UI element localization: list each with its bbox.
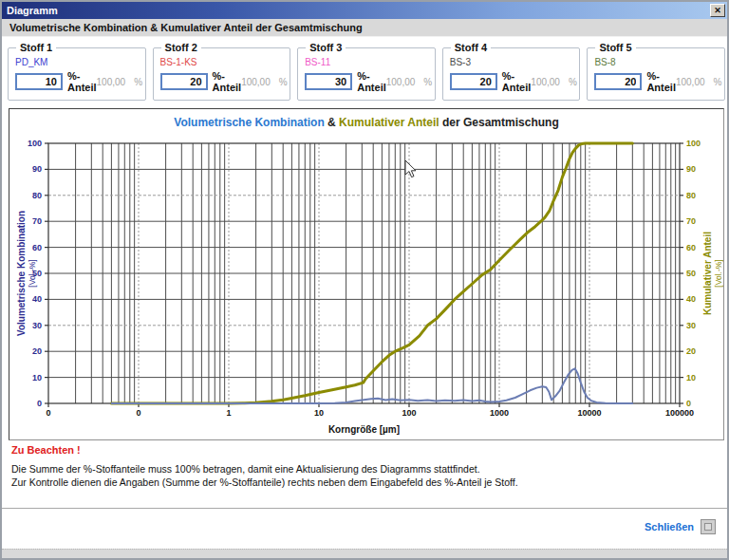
percent-label: %-Anteil <box>357 70 386 93</box>
chart-title: Volumetrische Kombination & Kumulativer … <box>9 116 723 129</box>
sum-unit: % <box>569 77 577 87</box>
stoff-panel-title: Stoff 2 <box>161 42 201 53</box>
percent-row: %-Anteil 100,00 % <box>305 70 430 93</box>
x-tick-label: 0 <box>46 408 50 418</box>
chart-canvas: 0011010010001000010000000101020203030404… <box>9 109 723 439</box>
dialog-window: Diagramm ✕ Volumetrische Kombination & K… <box>0 0 729 560</box>
chart-title-part: Kumulativer Anteil <box>339 116 439 129</box>
percent-row: %-Anteil 100,00 % <box>450 70 575 93</box>
y-right-tick-label: 90 <box>686 164 696 174</box>
window-close-button[interactable]: ✕ <box>710 4 725 17</box>
y-right-tick-label: 70 <box>686 216 696 226</box>
sum-unit: % <box>134 77 142 87</box>
sum-value: 100,00 <box>386 77 416 87</box>
window-title: Diagramm <box>7 5 58 16</box>
y-left-tick-label: 20 <box>32 346 42 356</box>
close-button-label: Schließen <box>645 521 694 532</box>
y-left-tick-label: 90 <box>32 164 42 174</box>
material-name: BS-3 <box>450 57 471 67</box>
percent-row: %-Anteil 100,00 % <box>160 70 286 93</box>
y-right-tick-label: 30 <box>686 321 696 330</box>
percent-input-stoff-5[interactable] <box>594 73 642 90</box>
percent-input-stoff-3[interactable] <box>305 73 352 90</box>
footer-divider <box>2 508 727 510</box>
material-name: PD_KM <box>15 57 47 67</box>
stoff-panel-title: Stoff 5 <box>595 42 635 53</box>
y-left-axis-subtitle: [Vol.-%] <box>28 259 37 287</box>
title-bar: Diagramm <box>2 2 727 19</box>
chart-title-part: & <box>325 116 339 129</box>
x-tick-label: 10 <box>314 408 324 418</box>
sum-value: 100,00 <box>531 77 560 87</box>
material-name: BS-11 <box>305 57 330 67</box>
y-left-tick-label: 80 <box>32 191 42 200</box>
x-tick-label: 100000 <box>665 408 694 418</box>
stoff-panel: Stoff 3 BS-11 %-Anteil 100,00 % <box>297 47 436 101</box>
x-tick-label: 0 <box>136 408 140 418</box>
y-right-tick-label: 40 <box>686 294 696 304</box>
note-line-2: Zur Kontrolle dienen die Angaben (Summe … <box>11 476 518 488</box>
x-tick-label: 10000 <box>577 408 601 418</box>
sum-value: 100,00 <box>97 77 126 87</box>
sum-unit: % <box>279 77 288 87</box>
percent-input-stoff-2[interactable] <box>160 73 208 90</box>
y-right-tick-label: 20 <box>686 346 696 356</box>
percent-label: %-Anteil <box>646 70 676 93</box>
mouse-cursor <box>405 160 416 177</box>
stoff-panel-title: Stoff 1 <box>16 42 56 53</box>
stoff-panel-title: Stoff 4 <box>451 42 491 53</box>
stoff-panel: Stoff 2 BS-1-KS %-Anteil 100,00 % <box>153 47 291 101</box>
y-left-tick-label: 10 <box>32 373 42 383</box>
y-right-tick-label: 100 <box>686 139 701 148</box>
y-right-tick-label: 50 <box>686 269 696 278</box>
x-axis-title: Korngröße [µm] <box>328 424 400 435</box>
chart-title-part: Volumetrische Kombination <box>174 116 324 129</box>
y-left-tick-label: 40 <box>32 294 42 304</box>
y-right-axis-title: Kumulativer Anteil <box>702 232 713 315</box>
materials-row: Stoff 1 PD_KM %-Anteil 100,00 % Stoff 2 … <box>8 47 725 101</box>
close-button[interactable]: Schließen <box>645 519 716 534</box>
stoff-panel: Stoff 4 BS-3 %-Anteil 100,00 % <box>442 47 581 101</box>
sum-unit: % <box>714 77 722 87</box>
y-left-tick-label: 0 <box>37 399 42 408</box>
percent-input-stoff-1[interactable] <box>15 73 63 90</box>
dialog-header: Volumetrische Kombination & Kumulativer … <box>2 19 727 37</box>
y-right-tick-label: 80 <box>686 191 696 200</box>
sum-value: 100,00 <box>241 77 271 87</box>
stoff-panel: Stoff 5 BS-8 %-Anteil 100,00 % <box>587 47 725 101</box>
warning-heading: Zu Beachten ! <box>11 444 81 456</box>
y-left-tick-label: 30 <box>32 321 42 330</box>
percent-label: %-Anteil <box>67 70 97 93</box>
y-right-tick-label: 10 <box>686 373 696 383</box>
note-line-1: Die Summe der %-Stoffanteile muss 100% b… <box>11 463 480 475</box>
dialog-header-title: Volumetrische Kombination & Kumulativer … <box>9 22 363 33</box>
close-icon: ✕ <box>714 6 721 15</box>
y-left-tick-label: 70 <box>32 216 42 226</box>
percent-row: %-Anteil 100,00 % <box>15 70 140 93</box>
chart-container: 0011010010001000010000000101020203030404… <box>9 108 724 440</box>
y-left-tick-label: 60 <box>32 243 42 252</box>
percent-input-stoff-4[interactable] <box>450 73 497 90</box>
y-left-tick-label: 100 <box>28 139 42 148</box>
window-bottom-strip <box>2 549 727 558</box>
x-tick-label: 1000 <box>490 408 509 418</box>
y-right-axis-subtitle: [Vol.-%] <box>714 259 723 287</box>
stoff-panel: Stoff 1 PD_KM %-Anteil 100,00 % <box>8 47 146 101</box>
chart-title-part: der Gesamtmischung <box>439 116 559 129</box>
sum-unit: % <box>423 77 432 87</box>
percent-label: %-Anteil <box>502 70 532 93</box>
sum-value: 100,00 <box>676 77 705 87</box>
percent-row: %-Anteil 100,00 % <box>594 70 720 93</box>
y-right-tick-label: 60 <box>686 243 696 252</box>
material-name: BS-8 <box>594 57 615 67</box>
stoff-panel-title: Stoff 3 <box>306 42 346 53</box>
material-name: BS-1-KS <box>160 57 197 67</box>
percent-label: %-Anteil <box>213 70 242 93</box>
close-square-icon <box>701 519 716 534</box>
x-tick-label: 100 <box>402 408 416 418</box>
x-tick-label: 1 <box>226 408 231 418</box>
y-left-axis-title: Volumetrische Kombination <box>16 211 27 336</box>
y-right-tick-label: 0 <box>686 399 691 408</box>
